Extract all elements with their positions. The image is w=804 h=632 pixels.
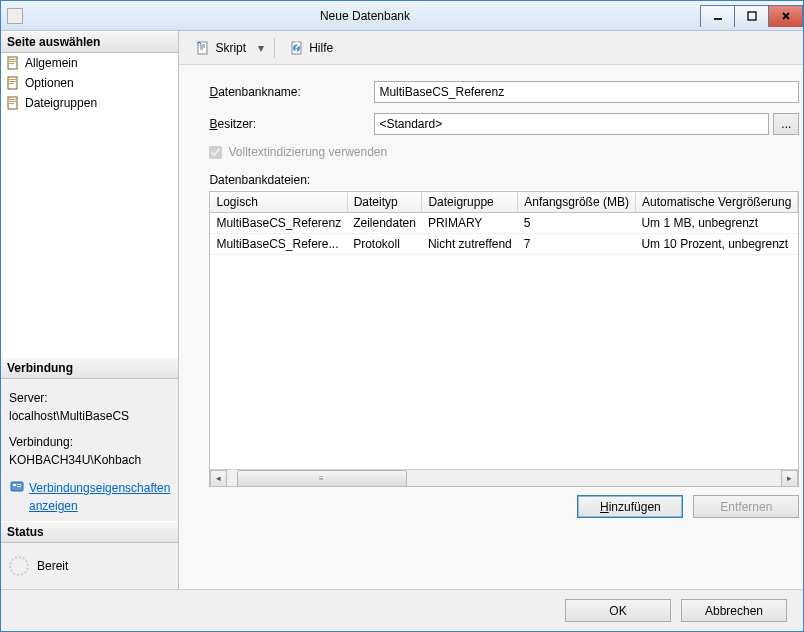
svg-rect-19 [17,486,21,487]
col-logical[interactable]: Logisch [210,192,347,213]
dbname-label: Datenbankname: [209,85,374,99]
svg-text:?: ? [293,40,300,54]
dropdown-arrow-icon[interactable]: ▾ [256,41,266,55]
owner-browse-button[interactable]: ... [773,113,799,135]
fulltext-checkbox [209,146,222,159]
cancel-button[interactable]: Abbrechen [681,599,787,622]
col-autogrow[interactable]: Automatische Vergrößerung [635,192,797,213]
maximize-button[interactable] [734,5,769,27]
status-spinner-icon [9,556,29,576]
connection-properties-link[interactable]: Verbindungseigenschaften anzeigen [29,479,170,515]
window-title: Neue Datenbank [29,9,701,23]
dbname-input[interactable] [374,81,799,103]
script-icon [195,40,211,56]
svg-rect-11 [9,83,14,84]
status-value: Bereit [37,559,68,573]
svg-rect-9 [9,79,16,80]
files-table[interactable]: Logisch Dateityp Dateigruppe Anfangsgröß… [210,192,798,255]
scroll-right-arrow[interactable]: ▸ [781,470,798,487]
horizontal-scrollbar[interactable]: ◂ ≡ ▸ [210,469,798,486]
sidebar: Seite auswählen Allgemein Optionen Datei… [1,31,179,589]
svg-rect-13 [9,99,16,100]
scroll-left-arrow[interactable]: ◂ [210,470,227,487]
toolbar: Skript ▾ ? Hilfe [179,31,804,65]
sidebar-header-connection: Verbindung [1,357,178,379]
close-button[interactable] [768,5,803,27]
sidebar-item-allgemein[interactable]: Allgemein [1,53,178,73]
sidebar-item-optionen[interactable]: Optionen [1,73,178,93]
connection-value: KOHBACH34U\Kohbach [9,451,170,469]
minimize-button[interactable] [700,5,735,27]
help-icon: ? [289,40,305,56]
svg-rect-1 [748,12,756,20]
server-value: localhost\MultiBaseCS [9,407,170,425]
script-label: Skript [215,41,246,55]
svg-rect-10 [9,81,16,82]
script-button[interactable]: Skript [189,38,252,58]
files-table-container: Logisch Dateityp Dateigruppe Anfangsgröß… [209,191,799,487]
files-label: Datenbankdateien: [209,173,799,187]
table-row[interactable]: MultiBaseCS_Refere... Protokoll Nicht zu… [210,234,797,255]
dialog-footer: OK Abbrechen [1,589,803,631]
page-icon [5,55,21,71]
svg-rect-20 [198,42,207,54]
main-panel: Skript ▾ ? Hilfe Datenbankname: Besitzer… [179,31,804,589]
col-filegroup[interactable]: Dateigruppe [422,192,518,213]
fulltext-label: Volltextindizierung verwenden [228,145,387,159]
sidebar-header-status: Status [1,521,178,543]
scroll-track[interactable]: ≡ [227,470,781,487]
svg-rect-15 [9,103,14,104]
connection-label: Verbindung: [9,433,170,451]
owner-label: Besitzer: [209,117,374,131]
sidebar-item-label: Allgemein [25,56,78,70]
scroll-thumb[interactable]: ≡ [237,470,407,487]
properties-icon [9,479,25,495]
help-label: Hilfe [309,41,333,55]
page-icon [5,95,21,111]
add-button[interactable]: Hinzufügen [577,495,683,518]
svg-rect-17 [13,484,16,486]
col-filetype[interactable]: Dateityp [347,192,422,213]
app-icon [7,8,23,24]
page-icon [5,75,21,91]
owner-input[interactable] [374,113,769,135]
titlebar: Neue Datenbank [1,1,803,31]
nav-list: Allgemein Optionen Dateigruppen [1,53,178,113]
toolbar-separator [274,38,275,58]
help-button[interactable]: ? Hilfe [283,38,339,58]
remove-button: Entfernen [693,495,799,518]
svg-rect-6 [9,61,16,62]
server-label: Server: [9,389,170,407]
svg-rect-7 [9,63,14,64]
col-initsize[interactable]: Anfangsgröße (MB) [518,192,636,213]
sidebar-item-label: Optionen [25,76,74,90]
svg-rect-14 [9,101,16,102]
sidebar-item-dateigruppen[interactable]: Dateigruppen [1,93,178,113]
connection-info: Server: localhost\MultiBaseCS Verbindung… [1,379,178,521]
table-row[interactable]: MultiBaseCS_Referenz Zeilendaten PRIMARY… [210,213,797,234]
ok-button[interactable]: OK [565,599,671,622]
svg-rect-5 [9,59,16,60]
sidebar-item-label: Dateigruppen [25,96,97,110]
sidebar-header-pages: Seite auswählen [1,31,178,53]
svg-rect-18 [17,484,21,485]
